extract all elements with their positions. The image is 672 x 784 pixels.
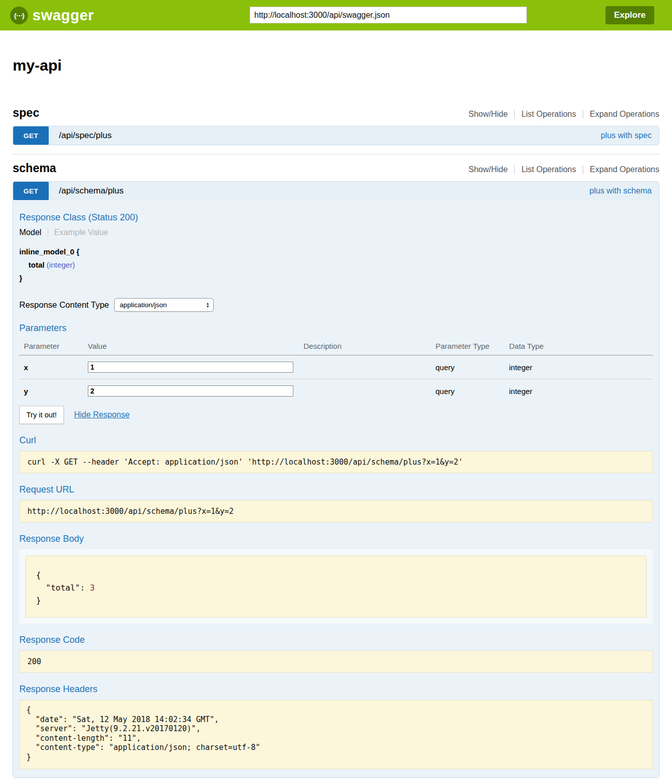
model-property-name: total: [28, 260, 45, 269]
spec-section-title: spec: [13, 106, 39, 120]
header-bar: {⋯} swagger Explore: [0, 0, 672, 30]
tab-example-value[interactable]: Example Value: [48, 228, 108, 237]
swagger-logo[interactable]: {⋯} swagger: [10, 7, 94, 24]
param-x-data-type: integer: [509, 355, 653, 379]
spec-expand-operations-link[interactable]: Expand Operations: [583, 110, 659, 119]
json-after: }: [36, 596, 41, 605]
spec-operation-summary-link[interactable]: plus with spec: [601, 131, 652, 140]
col-value: Value: [88, 339, 304, 355]
model-name: inline_model_0 {: [19, 247, 653, 257]
param-y-description: [304, 379, 435, 403]
col-description: Description: [304, 339, 435, 355]
hide-response-link[interactable]: Hide Response: [74, 410, 129, 419]
response-content-type-row: Response Content Type application/json ▲…: [19, 298, 653, 312]
schema-show-hide-link[interactable]: Show/Hide: [462, 165, 514, 174]
try-it-out-button[interactable]: Try it out!: [19, 406, 64, 424]
response-class-heading: Response Class (Status 200): [19, 212, 653, 223]
schema-get-operation: GET /api/schema/plus plus with schema Re…: [13, 181, 659, 778]
explore-button[interactable]: Explore: [606, 6, 654, 24]
try-row: Try it out! Hide Response: [19, 406, 653, 424]
param-x-name: x: [19, 355, 88, 379]
table-row-x: x query integer: [19, 355, 653, 379]
schema-section-header: schema Show/Hide List Operations Expand …: [13, 161, 659, 175]
model-tabs: Model Example Value: [19, 228, 653, 237]
col-parameter: Parameter: [19, 339, 88, 355]
spec-show-hide-link[interactable]: Show/Hide: [462, 110, 514, 119]
spec-get-method-button[interactable]: GET: [13, 126, 49, 145]
param-x-parameter-type: query: [435, 355, 509, 379]
json-number-value: 3: [90, 583, 95, 593]
swagger-url-input[interactable]: [250, 7, 527, 23]
spec-section-links: Show/Hide List Operations Expand Operati…: [462, 110, 659, 120]
spec-get-operation: GET /api/spec/plus plus with spec: [13, 126, 659, 145]
parameters-heading: Parameters: [19, 323, 653, 334]
parameters-table: Parameter Value Description Parameter Ty…: [19, 339, 653, 403]
response-headers-heading: Response Headers: [19, 684, 653, 695]
model-close-brace: }: [19, 274, 653, 283]
param-x-description: [304, 355, 435, 379]
spec-list-operations-link[interactable]: List Operations: [514, 110, 583, 119]
col-parameter-type: Parameter Type: [435, 339, 509, 355]
spec-operation-path[interactable]: /api/spec/plus: [59, 130, 112, 141]
select-arrows-icon: ▲▼: [206, 302, 210, 308]
brand-title: swagger: [32, 7, 94, 24]
main-content: my-api spec Show/Hide List Operations Ex…: [13, 57, 659, 778]
response-body-container: { "total": 3 }: [19, 549, 653, 624]
request-url-value: http://localhost:3000/api/schema/plus?x=…: [19, 500, 653, 522]
model-property: total (integer): [28, 260, 653, 270]
parameters-header-row: Parameter Value Description Parameter Ty…: [19, 339, 653, 355]
spec-operation-row[interactable]: GET /api/spec/plus plus with spec: [13, 126, 659, 145]
response-content-type-label: Response Content Type: [19, 300, 109, 310]
section-divider: [13, 154, 659, 154]
schema-get-method-button[interactable]: GET: [13, 182, 49, 200]
table-row-y: y query integer: [19, 379, 653, 403]
json-before: { "total":: [36, 570, 90, 593]
param-y-input[interactable]: [88, 385, 293, 397]
tab-model[interactable]: Model: [19, 228, 48, 237]
curl-command: curl -X GET --header 'Accept: applicatio…: [19, 451, 653, 473]
param-y-parameter-type: query: [435, 379, 509, 403]
page-title: my-api: [13, 57, 659, 74]
param-x-input[interactable]: [88, 362, 293, 373]
model-property-type: (integer): [45, 260, 75, 269]
schema-operation-row[interactable]: GET /api/schema/plus plus with schema: [13, 182, 659, 200]
col-data-type: Data Type: [509, 339, 653, 355]
schema-operation-path[interactable]: /api/schema/plus: [59, 186, 124, 196]
model-signature: inline_model_0 { total (integer) }: [19, 247, 653, 283]
schema-section-title: schema: [13, 161, 56, 175]
swagger-logo-icon: {⋯}: [10, 7, 28, 24]
request-url-heading: Request URL: [19, 484, 653, 495]
response-body-json: { "total": 3 }: [25, 556, 647, 617]
schema-list-operations-link[interactable]: List Operations: [514, 165, 583, 174]
param-y-data-type: integer: [509, 379, 653, 403]
schema-section-links: Show/Hide List Operations Expand Operati…: [462, 165, 659, 175]
schema-operation-content: Response Class (Status 200) Model Exampl…: [13, 200, 659, 777]
param-y-name: y: [19, 379, 88, 403]
response-body-heading: Response Body: [19, 534, 653, 544]
curl-heading: Curl: [19, 435, 653, 446]
schema-operation-summary-link[interactable]: plus with schema: [589, 186, 652, 195]
response-content-type-select[interactable]: application/json ▲▼: [114, 298, 214, 312]
schema-expand-operations-link[interactable]: Expand Operations: [583, 165, 659, 174]
response-code-value: 200: [19, 650, 653, 673]
spec-section-header: spec Show/Hide List Operations Expand Op…: [13, 106, 659, 120]
response-content-type-value: application/json: [120, 301, 167, 309]
response-headers-value: { "date": "Sat, 12 May 2018 14:02:34 GMT…: [19, 700, 653, 769]
response-code-heading: Response Code: [19, 635, 653, 645]
